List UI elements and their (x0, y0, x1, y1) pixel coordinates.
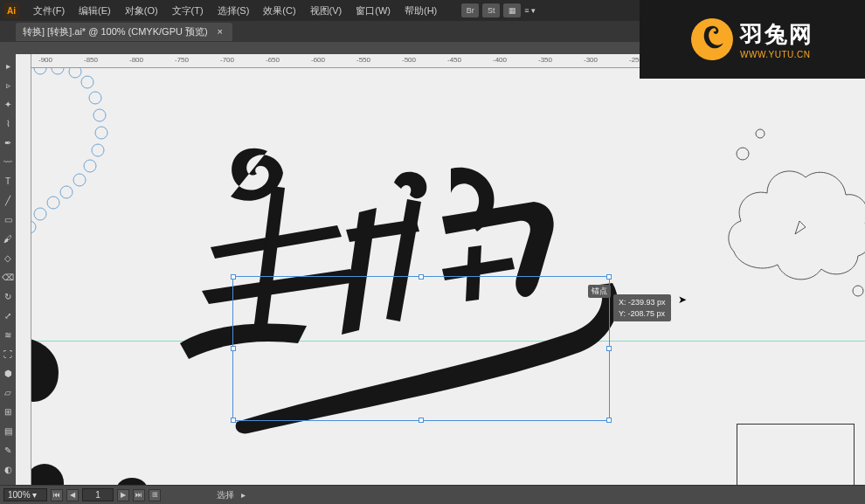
svg-point-12 (47, 197, 59, 209)
rotate-tool[interactable]: ↻ (0, 287, 16, 306)
rectangle-tool[interactable]: ▭ (0, 210, 16, 229)
anchor-label: 锚点 (588, 285, 611, 298)
svg-point-3 (69, 68, 81, 78)
svg-point-17 (116, 478, 148, 485)
line-tool[interactable]: ╱ (0, 190, 16, 210)
shaper-tool[interactable]: ◇ (0, 248, 16, 267)
ruler-tick: -650 (266, 56, 280, 64)
menu-view[interactable]: 视图(V) (303, 4, 349, 17)
svg-point-9 (84, 160, 96, 172)
scale-tool[interactable]: ⤢ (0, 306, 16, 325)
perspective-tool[interactable]: ▱ (0, 383, 16, 402)
direct-selection-tool[interactable]: ▹ (0, 75, 16, 94)
canvas-area[interactable]: -900 -850 -800 -750 -700 -650 -600 -550 … (16, 54, 865, 485)
ruler-tick: -450 (447, 56, 461, 64)
document-tab[interactable]: 转换] [转换].ai* @ 100% (CMYK/GPU 预览) × (16, 23, 232, 41)
svg-point-7 (95, 127, 107, 139)
svg-point-8 (92, 144, 104, 156)
tab-close-button[interactable]: × (215, 26, 225, 37)
logo-text-cn: 羽兔网 (740, 19, 813, 50)
blend-tool[interactable]: ◐ (0, 459, 16, 479)
svg-point-14 (31, 221, 36, 233)
artboard-number[interactable]: 1 (82, 488, 114, 501)
svg-point-6 (93, 109, 106, 121)
menu-select[interactable]: 选择(S) (211, 4, 257, 17)
bottom-left-shapes (31, 448, 158, 485)
lasso-tool[interactable]: ⌇ (0, 114, 16, 133)
magic-wand-tool[interactable]: ✦ (0, 94, 16, 114)
artboard-nav-icon[interactable]: ⊞ (149, 489, 161, 501)
watermark-logo: 羽兔网 WWW.YUTU.CN (640, 0, 865, 79)
statusbar: 100% ▾ ⏮ ◀ 1 ▶ ⏭ ⊞ 选择 ▸ (0, 485, 865, 504)
ruler-tick: -850 (84, 56, 98, 64)
ruler-tick: -600 (311, 56, 325, 64)
cloud-outline[interactable] (716, 121, 865, 304)
free-transform-tool[interactable]: ⛶ (0, 344, 16, 363)
menu-object[interactable]: 对象(O) (118, 4, 165, 17)
menu-file[interactable]: 文件(F) (26, 4, 72, 17)
zoom-dropdown[interactable]: 100% ▾ (3, 488, 47, 501)
svg-point-1 (34, 68, 46, 74)
ruler-tick: -550 (356, 56, 370, 64)
logo-icon (689, 16, 736, 63)
menu-edit[interactable]: 编辑(E) (72, 4, 118, 17)
menu-help[interactable]: 帮助(H) (398, 4, 444, 17)
ruler-tick: -350 (538, 56, 552, 64)
curvature-tool[interactable]: 〰 (0, 152, 16, 171)
eyedropper-tool[interactable]: ✎ (0, 440, 16, 459)
svg-point-19 (737, 148, 749, 160)
left-edge-shape (31, 337, 66, 416)
menu-type[interactable]: 文字(T) (165, 4, 211, 17)
svg-point-13 (34, 208, 46, 220)
ruler-tick: -700 (220, 56, 234, 64)
coord-y-label: Y: (619, 309, 626, 318)
coordinate-tooltip: X: -239.93 px Y: -208.75 px (613, 294, 671, 321)
canvas[interactable]: 锚点 X: -239.93 px Y: -208.75 px ➤ (31, 68, 865, 485)
last-artboard-button[interactable]: ⏭ (133, 489, 145, 501)
snowflake-artwork[interactable] (31, 68, 128, 306)
brush-tool[interactable]: 🖌 (0, 229, 16, 248)
tab-title: 转换] [转换].ai* @ 100% (CMYK/GPU 预览) (23, 25, 208, 38)
cursor-icon: ➤ (678, 293, 687, 306)
gradient-tool[interactable]: ▤ (0, 421, 16, 440)
ruler-tick: -750 (175, 56, 189, 64)
ruler-tick: -500 (402, 56, 416, 64)
svg-point-5 (89, 92, 101, 104)
status-dropdown-icon[interactable]: ▸ (241, 490, 246, 500)
coord-x-value: -239.93 px (628, 298, 666, 307)
bridge-icon[interactable]: Br (461, 3, 479, 17)
prev-artboard-button[interactable]: ◀ (66, 489, 79, 501)
eraser-tool[interactable]: ⌫ (0, 267, 16, 287)
rectangle-outline[interactable] (737, 424, 855, 485)
svg-point-11 (60, 186, 73, 198)
menu-window[interactable]: 窗口(W) (349, 4, 398, 17)
logo-text-url: WWW.YUTU.CN (740, 50, 813, 59)
width-tool[interactable]: ≋ (0, 325, 16, 344)
arrange-icon[interactable]: ▦ (503, 3, 521, 17)
svg-point-20 (853, 286, 863, 296)
coord-y-value: -208.75 px (628, 309, 666, 318)
mesh-tool[interactable]: ⊞ (0, 402, 16, 421)
swoosh-artwork[interactable] (232, 278, 626, 435)
stock-icon[interactable]: St (482, 3, 500, 17)
workspace: ▸ ▹ ✦ ⌇ ✒ 〰 T ╱ ▭ 🖌 ◇ ⌫ ↻ ⤢ ≋ ⛶ ⬢ ▱ ⊞ ▤ … (0, 54, 865, 485)
svg-point-16 (31, 464, 64, 485)
ruler-tick: -800 (129, 56, 143, 64)
ruler-tick: -400 (493, 56, 507, 64)
top-icon-group: Br St ▦ ≡ ▾ (461, 3, 536, 17)
svg-point-10 (73, 174, 86, 186)
first-artboard-button[interactable]: ⏮ (51, 489, 63, 501)
type-tool[interactable]: T (0, 171, 16, 190)
coord-x-label: X: (619, 298, 626, 307)
pen-tool[interactable]: ✒ (0, 133, 16, 152)
workspace-switch-icon[interactable]: ≡ ▾ (524, 3, 536, 17)
svg-point-18 (756, 129, 765, 138)
shape-builder-tool[interactable]: ⬢ (0, 363, 16, 383)
status-tool-label: 选择 (217, 489, 234, 501)
next-artboard-button[interactable]: ▶ (117, 489, 129, 501)
menu-effect[interactable]: 效果(C) (256, 4, 302, 17)
toolbar: ▸ ▹ ✦ ⌇ ✒ 〰 T ╱ ▭ 🖌 ◇ ⌫ ↻ ⤢ ≋ ⛶ ⬢ ▱ ⊞ ▤ … (0, 54, 16, 485)
app-icon: Ai (3, 3, 19, 18)
selection-tool[interactable]: ▸ (0, 56, 16, 75)
ruler-vertical[interactable] (16, 54, 31, 485)
